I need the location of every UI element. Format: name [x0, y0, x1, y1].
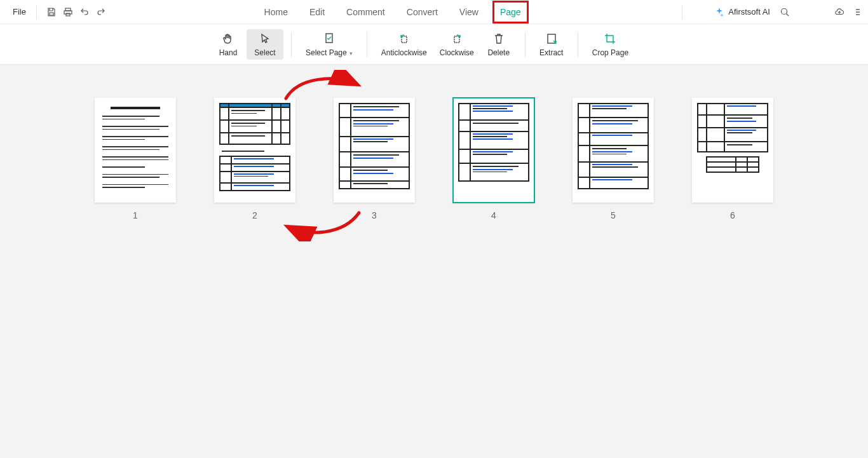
- rotate-ccw-icon: [397, 32, 411, 46]
- trash-icon: [492, 32, 506, 46]
- delete-tool[interactable]: Delete: [480, 29, 517, 60]
- search-button[interactable]: [776, 4, 793, 20]
- svg-rect-3: [50, 13, 53, 15]
- separator: [36, 5, 37, 19]
- page-thumbnail-3[interactable]: [334, 98, 415, 203]
- page-thumb-wrap: 5: [573, 98, 654, 220]
- svg-rect-4: [65, 8, 71, 11]
- separator: [682, 5, 682, 19]
- crop-icon: [603, 32, 617, 46]
- separator: [291, 32, 292, 57]
- more-bars-icon[interactable]: [854, 4, 863, 20]
- menu-tabs: Home Edit Comment Convert View Page: [261, 4, 525, 20]
- tab-convert[interactable]: Convert: [403, 4, 442, 20]
- delete-label: Delete: [487, 48, 510, 57]
- clockwise-label: Clockwise: [440, 48, 474, 57]
- svg-point-7: [781, 8, 787, 14]
- crop-page-tool[interactable]: Crop Page: [586, 29, 635, 60]
- rotate-anticlockwise-tool[interactable]: Anticlockwise: [375, 29, 433, 60]
- select-page-label: Select Page▾: [306, 48, 353, 57]
- separator: [578, 32, 578, 57]
- separator: [367, 32, 367, 57]
- page-thumb-wrap: 1: [95, 98, 176, 220]
- ai-assistant-button[interactable]: Afirstsoft AI: [714, 7, 770, 17]
- tab-view[interactable]: View: [456, 4, 482, 20]
- sparkle-icon: [714, 7, 724, 17]
- ai-label: Afirstsoft AI: [728, 7, 770, 17]
- rotate-cw-icon: [450, 32, 464, 46]
- top-bar: File Home Edit Comment Convert View Page: [0, 0, 868, 24]
- cursor-icon: [258, 32, 272, 46]
- hand-label: Hand: [219, 48, 238, 57]
- page-thumbnail-5[interactable]: [573, 98, 654, 203]
- undo-button[interactable]: [76, 4, 93, 20]
- cloud-button[interactable]: [831, 4, 848, 20]
- page-thumb-wrap: 4: [453, 98, 534, 220]
- tab-page[interactable]: Page: [496, 4, 525, 20]
- chevron-down-icon: ▾: [349, 50, 353, 57]
- page-thumbnail-2[interactable]: [214, 98, 295, 203]
- thumbnail-row: 1 2: [0, 98, 868, 220]
- select-page-icon: [322, 32, 336, 46]
- page-thumb-wrap: 3: [334, 98, 415, 220]
- page-number: 1: [133, 210, 138, 220]
- ribbon-toolbar: Hand Select Select Page▾ Anticlockwise: [0, 24, 868, 65]
- anticlockwise-label: Anticlockwise: [381, 48, 427, 57]
- select-page-tool[interactable]: Select Page▾: [299, 29, 359, 60]
- tab-edit[interactable]: Edit: [306, 4, 329, 20]
- tab-home[interactable]: Home: [261, 4, 292, 20]
- hand-tool[interactable]: Hand: [210, 29, 247, 60]
- file-menu-button[interactable]: File: [5, 4, 30, 19]
- save-button[interactable]: [43, 4, 60, 20]
- crop-label: Crop Page: [592, 48, 628, 57]
- page-number: 2: [252, 210, 257, 220]
- svg-line-8: [786, 13, 789, 16]
- tab-comment[interactable]: Comment: [342, 4, 389, 20]
- extract-icon: [545, 32, 559, 46]
- print-button[interactable]: [60, 4, 76, 20]
- svg-rect-12: [326, 34, 332, 43]
- page-number: 4: [491, 210, 496, 220]
- page-thumb-wrap: 6: [692, 98, 773, 220]
- page-thumbnail-4[interactable]: [453, 98, 534, 203]
- extract-label: Extract: [539, 48, 563, 57]
- right-toolbar: Afirstsoft AI: [714, 4, 863, 20]
- file-label: File: [13, 7, 26, 17]
- page-thumbnail-1[interactable]: [95, 98, 176, 203]
- page-thumb-wrap: 2: [214, 98, 295, 220]
- rotate-clockwise-tool[interactable]: Clockwise: [433, 29, 480, 60]
- page-number: 3: [372, 210, 377, 220]
- select-tool[interactable]: Select: [247, 29, 283, 60]
- page-thumbnail-6[interactable]: [692, 98, 773, 203]
- hand-icon: [221, 32, 235, 46]
- select-label: Select: [254, 48, 275, 57]
- page-number: 6: [730, 210, 735, 220]
- separator: [525, 32, 526, 57]
- page-number: 5: [611, 210, 616, 220]
- redo-button[interactable]: [93, 4, 109, 20]
- page-canvas: 1 2: [0, 65, 868, 458]
- extract-tool[interactable]: Extract: [533, 29, 570, 60]
